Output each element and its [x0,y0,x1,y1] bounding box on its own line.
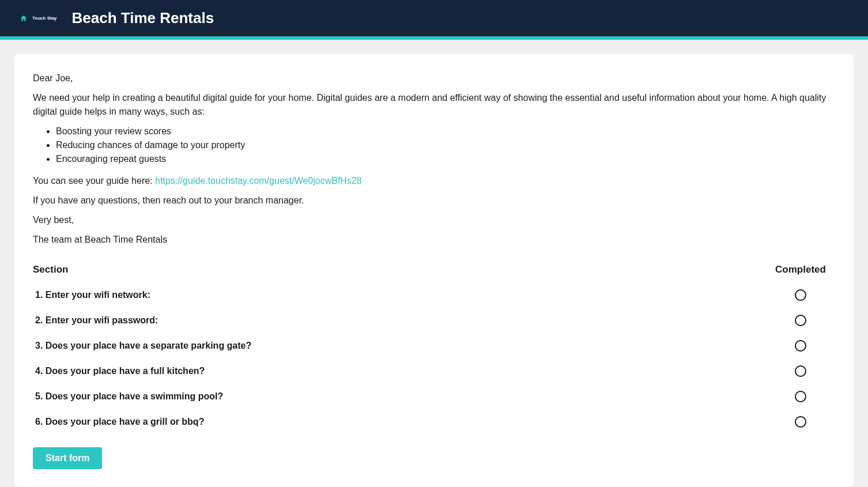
section-label: 4. Does your place have a full kitchen? [33,366,766,376]
guide-line: You can see your guide here: https://gui… [33,174,835,188]
table-row: 6. Does your place have a grill or bbq? [33,409,835,435]
completed-indicator[interactable] [795,391,806,402]
table-header-row: Section Completed [33,264,835,282]
questions-line: If you have any questions, then reach ou… [33,194,835,207]
benefits-list: Boosting your review scores Reducing cha… [33,124,835,166]
closing-line: Very best, [33,213,835,227]
benefit-item: Encouraging repeat guests [56,152,835,166]
lead-text: We need your help in creating a beautifu… [33,91,835,119]
table-row: 1. Enter your wifi network: [33,282,835,308]
completed-indicator[interactable] [795,416,806,428]
guide-prefix: You can see your guide here: [33,176,155,186]
table-row: 5. Does your place have a swimming pool? [33,384,835,409]
completed-indicator[interactable] [795,289,806,301]
guide-link[interactable]: https://guide.touchstay.com/guest/We0joc… [155,176,362,186]
logo-text: Touch Stay [32,16,57,21]
completed-indicator[interactable] [795,365,806,377]
logo-area: Touch Stay Beach Time Rentals [20,9,214,27]
section-label: 2. Enter your wifi password: [33,315,766,326]
completed-column-header: Completed [766,264,835,275]
section-table: Section Completed 1. Enter your wifi net… [33,264,835,435]
page-body: Dear Joe, We need your help in creating … [0,40,868,487]
app-header: Touch Stay Beach Time Rentals [0,0,868,36]
signature-line: The team at Beach Time Rentals [33,233,835,247]
actions-area: Start form [33,447,835,469]
section-label: 1. Enter your wifi network: [33,290,766,300]
intro-text: Dear Joe, We need your help in creating … [33,71,835,247]
site-title: Beach Time Rentals [72,9,214,27]
table-row: 2. Enter your wifi password: [33,308,835,333]
benefit-item: Reducing chances of damage to your prope… [56,138,835,152]
completed-indicator[interactable] [795,315,806,326]
section-label: 6. Does your place have a grill or bbq? [33,417,766,427]
benefit-item: Boosting your review scores [56,124,835,138]
section-label: 3. Does your place have a separate parki… [33,341,766,351]
section-label: 5. Does your place have a swimming pool? [33,391,766,402]
table-row: 3. Does your place have a separate parki… [33,333,835,358]
table-row: 4. Does your place have a full kitchen? [33,358,835,384]
greeting-text: Dear Joe, [33,71,835,85]
section-column-header: Section [33,264,766,275]
house-icon [20,14,28,22]
completed-indicator[interactable] [795,340,806,352]
start-form-button[interactable]: Start form [33,447,102,469]
main-card: Dear Joe, We need your help in creating … [14,54,854,486]
